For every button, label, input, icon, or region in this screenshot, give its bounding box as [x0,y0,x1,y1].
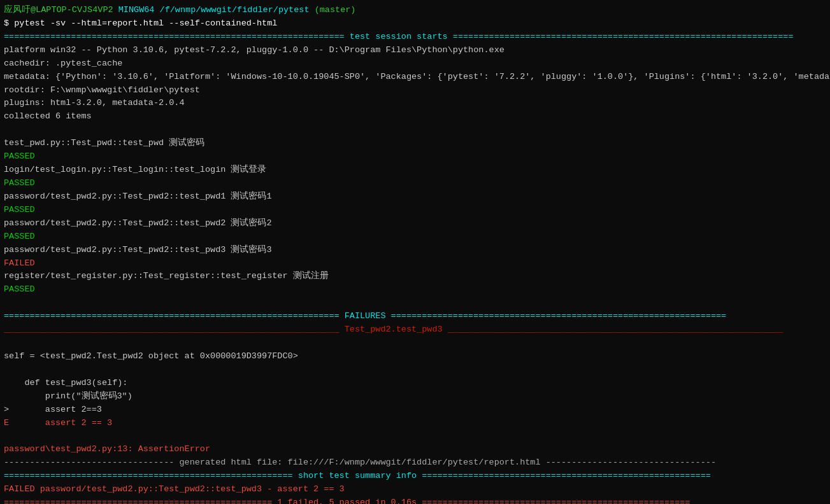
html-gen-separator: --------------------------------- genera… [4,456,826,470]
test3-status: PASSED [4,204,826,217]
error-file-line: password\test_pwd2.py:13: AssertionError [4,443,826,456]
final-result-line: ========================================… [4,496,826,504]
test3-name: password/test_pwd2.py::Test_pwd2::test_p… [4,190,826,204]
prompt-mingw: MINGW64 [118,5,155,15]
error-assert-line: E assert 2 == 3 [4,417,826,430]
test2-status: PASSED [4,177,826,190]
platform-line: platform win32 -- Python 3.10.6, pytest-… [4,44,826,57]
blank-3 [4,337,826,350]
blank-4 [4,363,826,377]
blank-5 [4,430,826,444]
metadata-line: metadata: {'Python': '3.10.6', 'Platform… [4,71,826,84]
plugins-line: plugins: html-3.2.0, metadata-2.0.4 [4,97,826,110]
blank-1 [4,123,826,137]
rootdir-line: rootdir: F:\wnmp\wwwgit\fiddler\pytest [4,84,826,97]
short-summary-separator: ========================================… [4,470,826,483]
cachedir-line: cachedir: .pytest_cache [4,57,826,71]
prompt-line: 应风吁@LAPTOP-CVJS4VP2 MINGW64 /f/wnmp/wwwg… [4,4,826,17]
print-line: print("测试密码3") [4,390,826,403]
separator-start: ========================================… [4,31,826,44]
fail-summary-line: FAILED password/test_pwd2.py::Test_pwd2:… [4,483,826,496]
terminal-output: 应风吁@LAPTOP-CVJS4VP2 MINGW64 /f/wnmp/wwwg… [0,3,830,504]
prompt-user: 应风吁@LAPTOP-CVJS4VP2 [4,5,113,15]
self-line: self = <test_pwd2.Test_pwd2 object at 0x… [4,350,826,363]
collected-line: collected 6 items [4,110,826,123]
test2-name: login/test_login.py::Test_login::test_lo… [4,164,826,177]
test5-status: FAILED [4,257,826,270]
test5-name: password/test_pwd2.py::Test_pwd2::test_p… [4,244,826,257]
test1-status: PASSED [4,150,826,164]
test-name-separator: ________________________________________… [4,323,826,337]
prompt-path: /f/wnmp/wwwgit/fiddler/pytest [160,5,310,15]
test1-name: test_pwd.py::Test_pwd::test_pwd 测试密码 [4,137,826,150]
assert-code-line: > assert 2==3 [4,403,826,417]
blank-2 [4,297,826,310]
test4-name: password/test_pwd2.py::Test_pwd2::test_p… [4,217,826,230]
failures-separator: ========================================… [4,310,826,323]
test6-status: PASSED [4,283,826,297]
command-line: $ pytest -sv --html=report.html --self-c… [4,17,826,31]
def-line: def test_pwd3(self): [4,377,826,390]
test4-status: PASSED [4,230,826,244]
prompt-branch: (master) [315,5,356,15]
test6-name: register/test_register.py::Test_register… [4,270,826,283]
